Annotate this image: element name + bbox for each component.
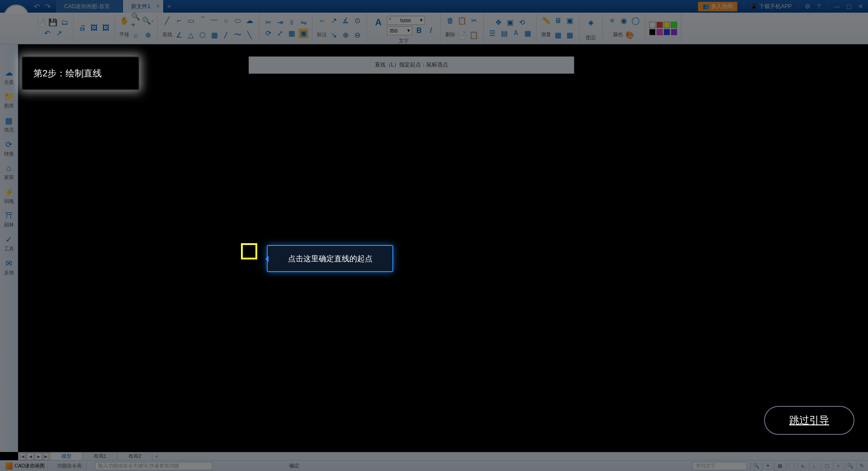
- outlinecolor-icon[interactable]: ◯: [631, 16, 641, 26]
- lines-icon[interactable]: ≡: [607, 16, 617, 26]
- measure-icon[interactable]: 📏: [541, 16, 551, 26]
- italic-button[interactable]: I: [426, 26, 436, 36]
- saveall-icon[interactable]: 🗂: [60, 18, 70, 28]
- zoomin-icon[interactable]: 🔍+: [131, 16, 141, 26]
- polyline-icon[interactable]: ⌐: [174, 16, 184, 26]
- fillcolor-icon[interactable]: ◉: [619, 16, 629, 26]
- rotate-icon[interactable]: ⟳: [263, 28, 273, 38]
- layout-tab-layout2[interactable]: 布局2: [118, 453, 152, 460]
- image-icon[interactable]: 🖼: [101, 23, 111, 33]
- osnap-icon[interactable]: ▢: [821, 462, 829, 470]
- swatch-white[interactable]: [649, 22, 656, 28]
- trim-icon[interactable]: ✂: [263, 18, 273, 28]
- font-size-combo[interactable]: 350▾: [387, 26, 412, 35]
- sidebar-item-library[interactable]: 📁图库: [4, 91, 14, 110]
- command-list-button[interactable]: 功能命令表: [52, 462, 87, 469]
- paste-icon[interactable]: 📄: [457, 30, 467, 40]
- preview-icon[interactable]: 🖼: [89, 23, 99, 33]
- wave-icon[interactable]: 〜: [233, 30, 243, 40]
- skip-tutorial-button[interactable]: 跳过引导: [764, 406, 854, 435]
- sidebar-item-tools[interactable]: ✓工具: [4, 234, 14, 253]
- swatch-blue[interactable]: [664, 29, 670, 35]
- hatch-icon[interactable]: ▦: [209, 30, 219, 40]
- align-icon[interactable]: ☰: [487, 28, 497, 38]
- rect-icon[interactable]: ▭: [186, 16, 196, 26]
- save-icon[interactable]: 💾: [48, 18, 58, 28]
- swatch-magenta[interactable]: [656, 29, 663, 35]
- search-icon[interactable]: 🔍: [750, 462, 759, 470]
- distribute-icon[interactable]: ▤: [499, 28, 509, 38]
- snap-icon[interactable]: ▣: [565, 16, 575, 26]
- mirror-icon[interactable]: ⇋: [298, 18, 308, 28]
- sidebar-item-electric[interactable]: ⚡弱电: [4, 186, 14, 206]
- sidebar-item-home[interactable]: ⌂家装: [4, 163, 14, 182]
- layout-tab-layout1[interactable]: 布局1: [83, 453, 118, 460]
- picker-icon[interactable]: 🎨: [625, 30, 635, 40]
- layout-next-icon[interactable]: ▶: [35, 453, 42, 460]
- bold-button[interactable]: B: [414, 26, 424, 36]
- block-icon[interactable]: ▣: [298, 28, 308, 38]
- cloud-icon[interactable]: ☁: [245, 16, 255, 26]
- app-name-badge[interactable]: CAD迷你画图: [3, 462, 48, 470]
- grid2-icon[interactable]: ⋮⋮: [786, 462, 794, 470]
- zoom-icon[interactable]: 🔍: [844, 462, 853, 470]
- export-icon[interactable]: ↗: [54, 28, 64, 38]
- crosshair-icon[interactable]: ＋: [833, 462, 841, 470]
- help-icon[interactable]: ?: [817, 3, 821, 10]
- leader-icon[interactable]: ↘: [329, 30, 339, 40]
- drawing-canvas[interactable]: [18, 44, 868, 452]
- table2-icon[interactable]: ▦: [565, 30, 575, 40]
- snap-toggle-icon[interactable]: ✦: [762, 462, 770, 470]
- collab-button[interactable]: 👥 多人协同: [698, 2, 737, 11]
- layout-tab-model[interactable]: 模型: [51, 453, 83, 460]
- gear-icon[interactable]: ⚙: [805, 3, 811, 10]
- swatch-red[interactable]: [656, 22, 663, 28]
- command-input[interactable]: 输入功能或命令关键词,快速查找功能: [95, 462, 212, 470]
- download-app-link[interactable]: 📱 下载手机APP: [750, 3, 792, 10]
- arc-icon[interactable]: ⌒: [198, 16, 208, 26]
- dim-linear-icon[interactable]: ↔: [317, 16, 327, 26]
- refresh-icon[interactable]: ↻: [856, 462, 864, 470]
- xline-icon[interactable]: ╲: [245, 30, 255, 40]
- new-icon[interactable]: 📄: [36, 18, 46, 28]
- layer-icon[interactable]: ◈: [584, 16, 598, 29]
- array-icon[interactable]: ▦: [287, 28, 297, 38]
- font-name-combo[interactable]: ᵀhztxt▾: [387, 16, 425, 25]
- dim-aligned-icon[interactable]: ↗: [329, 16, 339, 26]
- print-icon[interactable]: 🖨: [77, 23, 87, 33]
- dim2-icon[interactable]: ⊕: [340, 30, 350, 40]
- text2-icon[interactable]: Ａ: [511, 28, 521, 38]
- scale-icon[interactable]: ⤢: [275, 28, 285, 38]
- dim-radius-icon[interactable]: ⊙: [352, 16, 362, 26]
- layout-first-icon[interactable]: |◀: [19, 453, 26, 460]
- cut-icon[interactable]: ✂: [469, 16, 479, 26]
- paste2-icon[interactable]: 📋: [469, 30, 479, 40]
- circle-icon[interactable]: ○: [221, 16, 231, 26]
- swatch-yellow[interactable]: [664, 22, 670, 28]
- spline-icon[interactable]: 〰: [209, 16, 219, 26]
- sidebar-item-garden[interactable]: ⛩园林: [4, 210, 14, 229]
- triangle-icon[interactable]: △: [186, 30, 196, 40]
- grid-toggle-icon[interactable]: ▦: [774, 462, 782, 470]
- copy-icon[interactable]: 📋: [457, 16, 467, 26]
- zigzag-icon[interactable]: 〳: [221, 30, 231, 40]
- offset-icon[interactable]: ⫴: [287, 18, 297, 28]
- sidebar-item-fill[interactable]: ▦填充: [4, 115, 14, 134]
- tab-home[interactable]: CAD迷你画图-首页: [56, 0, 123, 13]
- swatch-purple[interactable]: [671, 29, 677, 35]
- swatch-green[interactable]: [671, 22, 677, 28]
- zoomout-icon[interactable]: 🔍-: [143, 16, 153, 26]
- dim-angular-icon[interactable]: ∡: [340, 16, 350, 26]
- layout-last-icon[interactable]: ▶|: [43, 453, 50, 460]
- tab-add-button[interactable]: ＋: [164, 0, 175, 13]
- sidebar-item-cloud[interactable]: ☁云盘: [4, 67, 14, 86]
- close-window-icon[interactable]: ✕: [858, 3, 863, 10]
- redo-icon[interactable]: ↷: [43, 2, 52, 10]
- polar-icon[interactable]: ∟: [809, 462, 817, 470]
- zoom-extent-icon[interactable]: ⊕: [143, 30, 153, 40]
- open-icon[interactable]: ↶: [42, 28, 52, 38]
- layout-add-button[interactable]: ＋: [152, 453, 160, 460]
- line-icon[interactable]: ╱: [162, 16, 172, 26]
- undo-icon[interactable]: ↶: [33, 2, 41, 10]
- tab-newfile1[interactable]: 新文件1 ×: [123, 0, 164, 13]
